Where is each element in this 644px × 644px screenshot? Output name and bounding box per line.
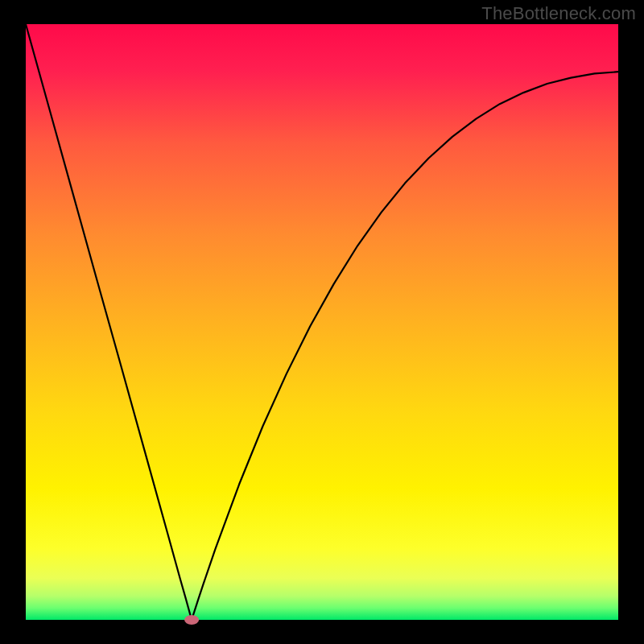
- minimum-marker: [184, 615, 199, 625]
- plot-gradient-background: [26, 24, 618, 620]
- watermark-text: TheBottleneck.com: [481, 3, 636, 24]
- bottleneck-chart: TheBottleneck.com: [0, 0, 644, 644]
- chart-svg: [0, 0, 644, 644]
